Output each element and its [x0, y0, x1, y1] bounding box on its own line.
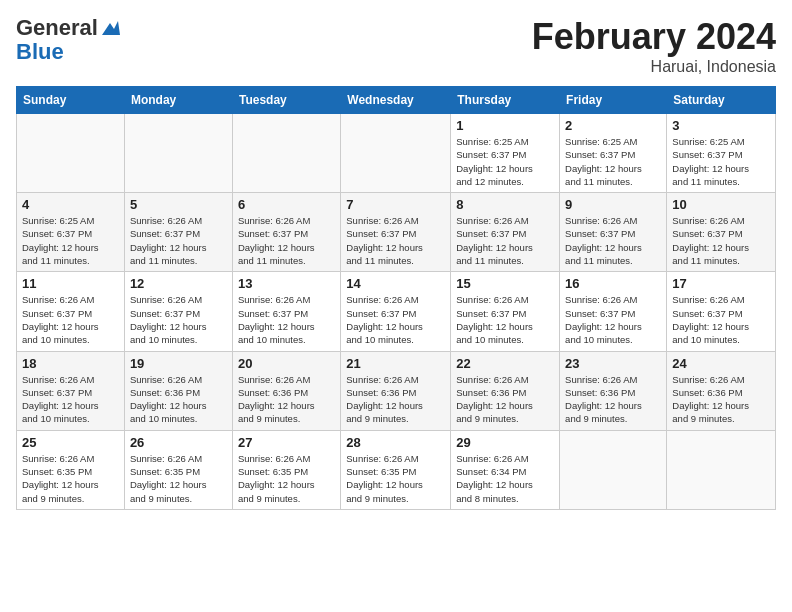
day-number: 7: [346, 197, 445, 212]
calendar-cell: 22Sunrise: 6:26 AM Sunset: 6:36 PM Dayli…: [451, 351, 560, 430]
day-info: Sunrise: 6:26 AM Sunset: 6:36 PM Dayligh…: [238, 373, 335, 426]
day-info: Sunrise: 6:26 AM Sunset: 6:37 PM Dayligh…: [565, 293, 661, 346]
week-row-1: 4Sunrise: 6:25 AM Sunset: 6:37 PM Daylig…: [17, 193, 776, 272]
day-number: 27: [238, 435, 335, 450]
calendar-cell: 12Sunrise: 6:26 AM Sunset: 6:37 PM Dayli…: [124, 272, 232, 351]
calendar-cell: 29Sunrise: 6:26 AM Sunset: 6:34 PM Dayli…: [451, 430, 560, 509]
day-info: Sunrise: 6:26 AM Sunset: 6:36 PM Dayligh…: [672, 373, 770, 426]
logo-bird-icon: [100, 19, 122, 37]
calendar-cell: 3Sunrise: 6:25 AM Sunset: 6:37 PM Daylig…: [667, 114, 776, 193]
week-row-2: 11Sunrise: 6:26 AM Sunset: 6:37 PM Dayli…: [17, 272, 776, 351]
day-number: 18: [22, 356, 119, 371]
calendar-table: SundayMondayTuesdayWednesdayThursdayFrid…: [16, 86, 776, 510]
col-header-tuesday: Tuesday: [232, 87, 340, 114]
day-info: Sunrise: 6:26 AM Sunset: 6:35 PM Dayligh…: [238, 452, 335, 505]
day-info: Sunrise: 6:26 AM Sunset: 6:36 PM Dayligh…: [456, 373, 554, 426]
day-info: Sunrise: 6:26 AM Sunset: 6:37 PM Dayligh…: [672, 293, 770, 346]
calendar-cell: 1Sunrise: 6:25 AM Sunset: 6:37 PM Daylig…: [451, 114, 560, 193]
calendar-cell: 27Sunrise: 6:26 AM Sunset: 6:35 PM Dayli…: [232, 430, 340, 509]
day-number: 20: [238, 356, 335, 371]
day-info: Sunrise: 6:26 AM Sunset: 6:37 PM Dayligh…: [346, 293, 445, 346]
day-number: 3: [672, 118, 770, 133]
day-info: Sunrise: 6:26 AM Sunset: 6:35 PM Dayligh…: [346, 452, 445, 505]
day-info: Sunrise: 6:26 AM Sunset: 6:37 PM Dayligh…: [22, 373, 119, 426]
day-info: Sunrise: 6:25 AM Sunset: 6:37 PM Dayligh…: [456, 135, 554, 188]
day-info: Sunrise: 6:26 AM Sunset: 6:36 PM Dayligh…: [346, 373, 445, 426]
day-number: 14: [346, 276, 445, 291]
day-info: Sunrise: 6:26 AM Sunset: 6:37 PM Dayligh…: [238, 214, 335, 267]
col-header-friday: Friday: [560, 87, 667, 114]
day-number: 11: [22, 276, 119, 291]
week-row-3: 18Sunrise: 6:26 AM Sunset: 6:37 PM Dayli…: [17, 351, 776, 430]
col-header-saturday: Saturday: [667, 87, 776, 114]
page-header: General Blue February 2024 Haruai, Indon…: [16, 16, 776, 76]
day-number: 8: [456, 197, 554, 212]
page-subtitle: Haruai, Indonesia: [532, 58, 776, 76]
day-number: 2: [565, 118, 661, 133]
day-info: Sunrise: 6:26 AM Sunset: 6:34 PM Dayligh…: [456, 452, 554, 505]
calendar-cell: 24Sunrise: 6:26 AM Sunset: 6:36 PM Dayli…: [667, 351, 776, 430]
day-info: Sunrise: 6:26 AM Sunset: 6:37 PM Dayligh…: [130, 214, 227, 267]
calendar-cell: 26Sunrise: 6:26 AM Sunset: 6:35 PM Dayli…: [124, 430, 232, 509]
calendar-cell: 8Sunrise: 6:26 AM Sunset: 6:37 PM Daylig…: [451, 193, 560, 272]
col-header-wednesday: Wednesday: [341, 87, 451, 114]
day-info: Sunrise: 6:26 AM Sunset: 6:37 PM Dayligh…: [456, 293, 554, 346]
calendar-cell: 13Sunrise: 6:26 AM Sunset: 6:37 PM Dayli…: [232, 272, 340, 351]
day-info: Sunrise: 6:26 AM Sunset: 6:35 PM Dayligh…: [22, 452, 119, 505]
svg-marker-0: [102, 21, 120, 35]
day-number: 29: [456, 435, 554, 450]
calendar-cell: 15Sunrise: 6:26 AM Sunset: 6:37 PM Dayli…: [451, 272, 560, 351]
week-row-0: 1Sunrise: 6:25 AM Sunset: 6:37 PM Daylig…: [17, 114, 776, 193]
calendar-cell: [17, 114, 125, 193]
day-info: Sunrise: 6:26 AM Sunset: 6:37 PM Dayligh…: [130, 293, 227, 346]
col-header-monday: Monday: [124, 87, 232, 114]
day-info: Sunrise: 6:26 AM Sunset: 6:37 PM Dayligh…: [565, 214, 661, 267]
day-number: 5: [130, 197, 227, 212]
calendar-cell: 21Sunrise: 6:26 AM Sunset: 6:36 PM Dayli…: [341, 351, 451, 430]
day-number: 6: [238, 197, 335, 212]
calendar-cell: 18Sunrise: 6:26 AM Sunset: 6:37 PM Dayli…: [17, 351, 125, 430]
day-info: Sunrise: 6:25 AM Sunset: 6:37 PM Dayligh…: [22, 214, 119, 267]
day-number: 16: [565, 276, 661, 291]
day-number: 9: [565, 197, 661, 212]
logo-text-general: General: [16, 16, 98, 40]
day-number: 26: [130, 435, 227, 450]
col-header-sunday: Sunday: [17, 87, 125, 114]
day-number: 4: [22, 197, 119, 212]
calendar-cell: 20Sunrise: 6:26 AM Sunset: 6:36 PM Dayli…: [232, 351, 340, 430]
calendar-cell: [341, 114, 451, 193]
day-number: 24: [672, 356, 770, 371]
logo-text-blue: Blue: [16, 40, 64, 64]
title-block: February 2024 Haruai, Indonesia: [532, 16, 776, 76]
calendar-cell: [124, 114, 232, 193]
col-header-thursday: Thursday: [451, 87, 560, 114]
day-number: 25: [22, 435, 119, 450]
day-info: Sunrise: 6:26 AM Sunset: 6:37 PM Dayligh…: [22, 293, 119, 346]
calendar-cell: 19Sunrise: 6:26 AM Sunset: 6:36 PM Dayli…: [124, 351, 232, 430]
day-number: 13: [238, 276, 335, 291]
calendar-cell: 5Sunrise: 6:26 AM Sunset: 6:37 PM Daylig…: [124, 193, 232, 272]
calendar-cell: 6Sunrise: 6:26 AM Sunset: 6:37 PM Daylig…: [232, 193, 340, 272]
calendar-cell: 17Sunrise: 6:26 AM Sunset: 6:37 PM Dayli…: [667, 272, 776, 351]
calendar-cell: 7Sunrise: 6:26 AM Sunset: 6:37 PM Daylig…: [341, 193, 451, 272]
day-info: Sunrise: 6:26 AM Sunset: 6:37 PM Dayligh…: [346, 214, 445, 267]
page-title: February 2024: [532, 16, 776, 58]
calendar-cell: 14Sunrise: 6:26 AM Sunset: 6:37 PM Dayli…: [341, 272, 451, 351]
logo: General Blue: [16, 16, 122, 64]
calendar-cell: [232, 114, 340, 193]
day-number: 1: [456, 118, 554, 133]
day-number: 15: [456, 276, 554, 291]
calendar-cell: 9Sunrise: 6:26 AM Sunset: 6:37 PM Daylig…: [560, 193, 667, 272]
calendar-body: 1Sunrise: 6:25 AM Sunset: 6:37 PM Daylig…: [17, 114, 776, 510]
day-number: 12: [130, 276, 227, 291]
day-info: Sunrise: 6:25 AM Sunset: 6:37 PM Dayligh…: [672, 135, 770, 188]
calendar-cell: 4Sunrise: 6:25 AM Sunset: 6:37 PM Daylig…: [17, 193, 125, 272]
day-info: Sunrise: 6:25 AM Sunset: 6:37 PM Dayligh…: [565, 135, 661, 188]
calendar-cell: 10Sunrise: 6:26 AM Sunset: 6:37 PM Dayli…: [667, 193, 776, 272]
day-info: Sunrise: 6:26 AM Sunset: 6:36 PM Dayligh…: [565, 373, 661, 426]
calendar-cell: 23Sunrise: 6:26 AM Sunset: 6:36 PM Dayli…: [560, 351, 667, 430]
day-info: Sunrise: 6:26 AM Sunset: 6:36 PM Dayligh…: [130, 373, 227, 426]
day-info: Sunrise: 6:26 AM Sunset: 6:37 PM Dayligh…: [456, 214, 554, 267]
day-number: 17: [672, 276, 770, 291]
calendar-cell: [560, 430, 667, 509]
